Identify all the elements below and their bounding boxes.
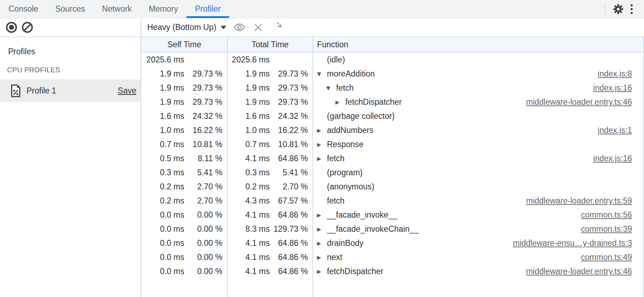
- total-time-ms: 1.9 ms: [227, 83, 270, 93]
- function-cell: ▶fetchDispatchermiddleware-loader.entry.…: [313, 267, 643, 276]
- function-cell: (program): [313, 168, 643, 177]
- table-row[interactable]: 0.0 ms0.00 %4.1 ms64.86 %▶drainBodymiddl…: [141, 236, 643, 250]
- expand-arrow-placeholder: [317, 172, 327, 173]
- total-time-pct: 10.81 %: [270, 140, 308, 149]
- self-time-ms: 0.3 ms: [141, 168, 184, 177]
- table-row[interactable]: 0.7 ms10.81 %0.7 ms10.81 %▶Response: [141, 137, 643, 151]
- expand-arrow-icon[interactable]: ▶: [317, 141, 327, 147]
- source-link[interactable]: index.js:1: [598, 126, 632, 135]
- total-time-pct: 64.86 %: [270, 210, 308, 220]
- column-header-self-time[interactable]: Self Time: [141, 40, 227, 49]
- self-time-ms: 0.0 ms: [141, 238, 184, 248]
- self-time-cell: 0.0 ms0.00 %: [141, 224, 227, 234]
- expand-arrow-icon[interactable]: ▼: [326, 85, 336, 91]
- total-time-cell: 8.3 ms129.73 %: [227, 224, 313, 234]
- total-time-ms: 4.1 ms: [227, 238, 270, 248]
- self-time-pct: 29.73 %: [184, 97, 222, 107]
- self-time-cell: 1.9 ms29.73 %: [141, 83, 227, 93]
- total-time-ms: 2025.6 ms: [227, 55, 270, 65]
- self-time-pct: 2.70 %: [184, 182, 222, 192]
- source-link[interactable]: common.ts:39: [581, 224, 632, 234]
- table-row[interactable]: 1.9 ms29.73 %1.9 ms29.73 %▼moreAdditioni…: [141, 67, 643, 81]
- expand-arrow-placeholder: [317, 186, 327, 187]
- expand-arrow-icon[interactable]: ▶: [317, 240, 327, 246]
- column-header-function[interactable]: Function: [313, 40, 643, 49]
- expand-arrow-icon[interactable]: ▶: [317, 212, 327, 218]
- expand-arrow-icon[interactable]: ▼: [317, 71, 327, 77]
- total-time-pct: 64.86 %: [270, 238, 308, 248]
- expand-arrow-icon[interactable]: ▶: [317, 127, 327, 133]
- settings-gear-icon[interactable]: [611, 2, 626, 17]
- tab-profiler[interactable]: Profiler: [186, 0, 229, 18]
- expand-arrow-icon[interactable]: ▶: [317, 156, 327, 162]
- profiler-view-controls: Heavy (Bottom Up): [141, 18, 282, 36]
- expand-arrow-icon[interactable]: ▶: [335, 99, 345, 105]
- tab-memory[interactable]: Memory: [140, 0, 186, 18]
- expand-arrow-icon[interactable]: ▶: [317, 268, 327, 274]
- function-name: fetch: [327, 154, 345, 163]
- table-row[interactable]: 2025.6 ms2025.6 ms(idle): [141, 53, 643, 67]
- devtools-tabbar: Console Sources Network Memory Profiler: [0, 0, 644, 18]
- source-link[interactable]: index.js:16: [593, 83, 632, 93]
- expand-arrow-icon[interactable]: ▶: [317, 254, 327, 260]
- focus-eye-icon[interactable]: [234, 22, 245, 33]
- refresh-icon[interactable]: [271, 22, 282, 33]
- source-link[interactable]: middleware-loader.entry.ts:46: [526, 97, 632, 107]
- record-icon[interactable]: [5, 22, 17, 34]
- profiler-record-controls: [0, 18, 141, 36]
- total-time-pct: 29.73 %: [270, 83, 308, 93]
- table-row[interactable]: 1.0 ms16.22 %1.0 ms16.22 %▶addNumbersind…: [141, 123, 643, 137]
- tab-network[interactable]: Network: [94, 0, 140, 18]
- source-link[interactable]: common.ts:56: [581, 210, 632, 220]
- source-link[interactable]: middleware-loader.entry.ts:46: [526, 267, 632, 276]
- function-name: (idle): [327, 55, 345, 65]
- source-link[interactable]: common.ts:49: [581, 253, 632, 262]
- total-time-cell: 1.9 ms29.73 %: [227, 83, 313, 93]
- view-mode-dropdown[interactable]: Heavy (Bottom Up): [147, 23, 226, 32]
- tab-console[interactable]: Console: [0, 0, 47, 18]
- total-time-ms: 4.1 ms: [227, 267, 270, 276]
- self-time-ms: 0.2 ms: [141, 196, 184, 206]
- more-options-kebab-icon[interactable]: [626, 2, 638, 17]
- self-time-ms: 0.7 ms: [141, 140, 184, 149]
- total-time-cell: 4.3 ms67.57 %: [227, 196, 313, 206]
- total-time-ms: 1.0 ms: [227, 126, 270, 135]
- total-time-cell: 4.1 ms64.86 %: [227, 253, 313, 262]
- self-time-pct: 8.11 %: [184, 154, 222, 163]
- table-row[interactable]: 1.9 ms29.73 %1.9 ms29.73 %▼fetchindex.js…: [141, 81, 643, 95]
- table-row[interactable]: 0.2 ms2.70 %4.3 ms67.57 %fetchmiddleware…: [141, 194, 643, 208]
- table-row[interactable]: 0.0 ms0.00 %4.1 ms64.86 %▶nextcommon.ts:…: [141, 250, 643, 264]
- total-time-cell: 0.3 ms5.41 %: [227, 168, 313, 177]
- total-time-ms: 0.7 ms: [227, 140, 270, 149]
- self-time-cell: 0.2 ms2.70 %: [141, 182, 227, 192]
- table-row[interactable]: 0.0 ms0.00 %4.1 ms64.86 %▶__facade_invok…: [141, 208, 643, 222]
- self-time-cell: 1.0 ms16.22 %: [141, 126, 227, 135]
- table-row[interactable]: 0.2 ms2.70 %0.2 ms2.70 %(anonymous): [141, 180, 643, 194]
- total-time-pct: 2.70 %: [270, 182, 308, 192]
- self-time-cell: 0.3 ms5.41 %: [141, 168, 227, 177]
- source-link[interactable]: index.js:8: [598, 69, 632, 79]
- source-link[interactable]: index.js:16: [593, 154, 632, 163]
- tab-label: Sources: [55, 4, 85, 14]
- table-row[interactable]: 1.9 ms29.73 %1.9 ms29.73 %▶fetchDispatch…: [141, 95, 643, 109]
- expand-arrow-icon[interactable]: ▶: [317, 226, 327, 232]
- tab-sources[interactable]: Sources: [47, 0, 93, 18]
- function-name: (anonymous): [327, 182, 374, 192]
- clear-icon[interactable]: [21, 22, 33, 34]
- table-row[interactable]: 0.3 ms5.41 %0.3 ms5.41 %(program): [141, 165, 643, 180]
- table-row[interactable]: 1.6 ms24.32 %1.6 ms24.32 %(garbage colle…: [141, 109, 643, 123]
- function-name: (program): [327, 168, 363, 177]
- source-link[interactable]: middleware-loader.entry.ts:59: [526, 196, 632, 206]
- table-row[interactable]: 0.0 ms0.00 %8.3 ms129.73 %▶__facade_invo…: [141, 222, 643, 236]
- source-link[interactable]: middleware-ensu…y-drained.ts:3: [513, 238, 632, 248]
- exclude-close-icon[interactable]: [252, 22, 264, 33]
- save-profile-link[interactable]: Save: [118, 86, 136, 96]
- table-row[interactable]: 0.0 ms0.00 %4.1 ms64.86 %▶fetchDispatche…: [141, 264, 643, 278]
- function-name: drainBody: [327, 238, 364, 248]
- column-header-total-time[interactable]: Total Time: [227, 40, 313, 49]
- profile-list-item[interactable]: Profile 1 Save: [0, 79, 141, 102]
- total-time-ms: 0.3 ms: [227, 168, 270, 177]
- table-row[interactable]: 0.5 ms8.11 %4.1 ms64.86 %▶fetchindex.js:…: [141, 151, 643, 165]
- expand-arrow-placeholder: [317, 59, 327, 60]
- total-time-cell: 0.7 ms10.81 %: [227, 140, 313, 149]
